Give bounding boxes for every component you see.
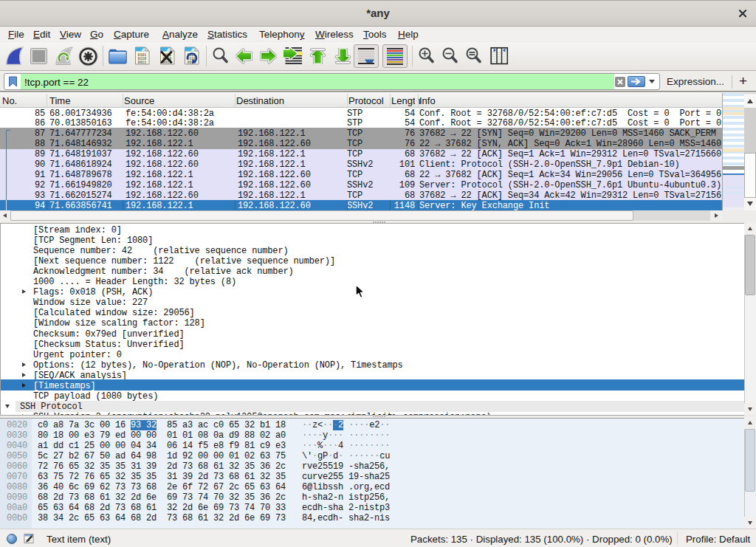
svg-text:0011: 0011 [138,61,147,64]
